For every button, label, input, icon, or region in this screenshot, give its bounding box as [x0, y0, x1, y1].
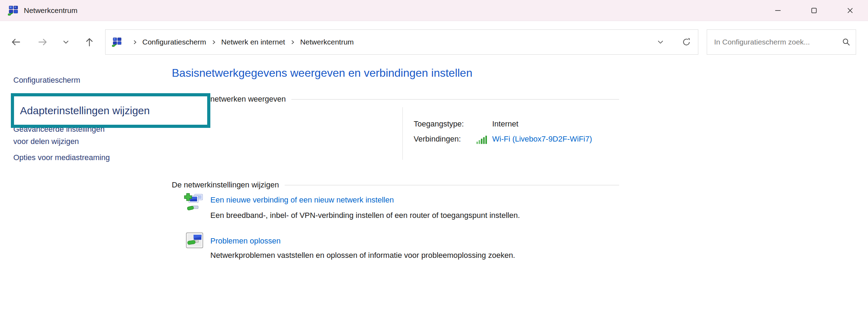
window-controls — [760, 0, 868, 21]
annotation-highlight-box: Adapterinstellingen wijzigen — [11, 93, 210, 128]
breadcrumb-network-center[interactable]: Netwerkcentrum — [300, 38, 354, 46]
task-link-troubleshoot[interactable]: Problemen oplossen — [210, 236, 281, 246]
close-button[interactable] — [832, 0, 868, 21]
sidebar-item-adapter-settings[interactable]: Adapterinstellingen wijzigen — [20, 105, 150, 117]
forward-arrow-icon — [37, 36, 49, 48]
connections-label: Verbindingen: — [414, 135, 461, 144]
window-title: Netwerkcentrum — [24, 6, 77, 15]
section-divider-line — [285, 185, 619, 185]
titlebar: Netwerkcentrum — [0, 0, 868, 21]
back-button[interactable] — [8, 34, 23, 50]
search-input[interactable] — [713, 37, 842, 47]
chevron-down-icon — [62, 38, 70, 46]
up-button[interactable] — [82, 34, 97, 50]
access-type-label: Toegangstype: — [414, 119, 464, 129]
address-dropdown-button[interactable] — [652, 34, 669, 50]
recent-locations-button[interactable] — [58, 34, 74, 50]
task-description-troubleshoot: Netwerkproblemen vaststellen en oplossen… — [210, 251, 515, 260]
breadcrumb-separator-icon — [290, 40, 295, 45]
access-type-value: Internet — [492, 119, 518, 129]
breadcrumb-control-panel[interactable]: Configuratiescherm — [142, 38, 206, 46]
section-network-settings-title: De netwerkinstellingen wijzigen — [172, 180, 279, 190]
breadcrumb-separator-icon — [132, 40, 137, 45]
refresh-icon — [681, 37, 691, 47]
maximize-icon — [810, 7, 818, 14]
control-panel-window: Netwerkcentrum — [0, 0, 868, 309]
task-link-new-connection[interactable]: Een nieuwe verbinding of een nieuw netwe… — [210, 195, 394, 205]
sidebar-item-media-streaming[interactable]: Opties voor mediastreaming — [13, 153, 110, 162]
breadcrumb-root-icon — [112, 37, 122, 47]
breadcrumb-separator-icon — [211, 40, 216, 45]
close-icon — [846, 7, 854, 14]
task-description-new-connection: Een breedband-, inbel- of VPN-verbinding… — [210, 211, 520, 220]
chevron-down-icon — [657, 38, 664, 46]
page-title: Basisnetwerkgegevens weergeven en verbin… — [172, 67, 472, 80]
maximize-button[interactable] — [796, 0, 832, 21]
section-network-settings: De netwerkinstellingen wijzigen — [172, 180, 619, 190]
refresh-button[interactable] — [678, 34, 694, 50]
wifi-signal-icon — [476, 135, 487, 145]
breadcrumb-network-internet[interactable]: Netwerk en internet — [221, 38, 285, 46]
up-arrow-icon — [83, 36, 95, 48]
wifi-connection-link[interactable]: Wi-Fi (Livebox7-9D2F-WiFi7) — [492, 135, 592, 144]
address-bar: Configuratiescherm Netwerk en internet N… — [105, 29, 698, 55]
minimize-icon — [774, 7, 782, 14]
search-box — [707, 29, 856, 55]
active-network-divider — [402, 107, 403, 160]
forward-button[interactable] — [35, 34, 50, 50]
back-arrow-icon — [10, 36, 22, 48]
troubleshoot-icon — [186, 232, 203, 250]
section-active-networks: De actieve netwerken weergeven — [172, 95, 619, 104]
new-connection-icon — [184, 193, 204, 212]
network-app-icon — [8, 5, 19, 16]
minimize-button[interactable] — [760, 0, 796, 21]
sidebar-item-control-panel-home[interactable]: Configuratiescherm — [13, 76, 80, 85]
section-divider-line — [291, 99, 619, 99]
search-icon — [842, 37, 851, 47]
